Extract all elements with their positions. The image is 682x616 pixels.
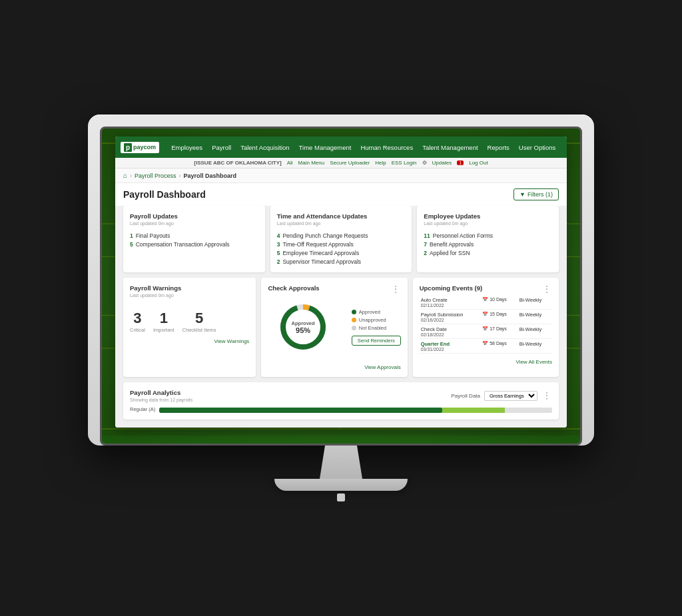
legend-label-approved: Approved (359, 309, 380, 315)
event-days-payroll-submission: 📅 15 Days (482, 312, 517, 317)
breadcrumb-payroll-process[interactable]: Payroll Process (135, 172, 176, 179)
list-item[interactable]: 2 Supervisor Timecard Approvals (277, 257, 406, 266)
upcoming-events-card: Upcoming Events (9) ⋮ Auto Create 02/11/… (413, 278, 559, 377)
event-date-quarter-end: 03/31/2022 (421, 347, 480, 352)
send-reminders-button[interactable]: Send Reminders (352, 336, 401, 346)
dashboard-content: Payroll Updates Last updated 0m ago 1 Fi… (115, 206, 567, 428)
paycom-logo[interactable]: p paycom (121, 142, 159, 153)
nav-item-talent-acquisition[interactable]: Talent Acquisition (236, 141, 293, 154)
sub-nav-secure-uploader[interactable]: Secure Uploader (330, 160, 370, 166)
list-item[interactable]: 2 Applied for SSN (424, 248, 552, 257)
sub-nav-help[interactable]: Help (375, 160, 386, 166)
time-attendance-list: 4 Pending Punch Change Requests 3 Time-O… (277, 231, 406, 266)
legend-label-not-enabled: Not Enabled (359, 325, 386, 331)
label-ssn: Applied for SSN (430, 250, 470, 256)
critical-stat: 3 Critical (130, 310, 145, 333)
check-approvals-more-button[interactable]: ⋮ (390, 284, 401, 294)
checklist-count: 5 (182, 310, 216, 327)
critical-label: Critical (130, 327, 145, 333)
cal-icon: 📅 (482, 297, 488, 302)
nav-item-time-management[interactable]: Time Management (295, 141, 356, 154)
updates-badge: 1 (457, 160, 464, 165)
warnings-stats: 3 Critical 1 Important 5 Checklist Items (130, 310, 249, 333)
event-name-cell: Auto Create 02/11/2022 (420, 295, 481, 310)
list-item[interactable]: 7 Benefit Approvals (424, 240, 552, 248)
count-ssn: 2 (424, 250, 427, 256)
events-header: Upcoming Events (9) ⋮ (420, 284, 552, 294)
analytics-bar-row: Regular (A) (130, 405, 552, 413)
donut-center-label: Approved 95% (292, 320, 315, 334)
legend-dot-approved (352, 310, 356, 314)
event-name-cell: Check Date 02/18/2022 (420, 324, 481, 339)
event-date-payroll-submission: 02/16/2022 (421, 318, 480, 322)
label-compensation: Compensation Transaction Approvals (136, 241, 230, 248)
events-table: Auto Create 02/11/2022 📅 10 Days (420, 295, 552, 354)
time-attendance-subtitle: Last updated 0m ago (277, 221, 406, 226)
sub-nav-ess-login[interactable]: ESS Login (392, 160, 417, 166)
event-freq-cell: Bi-Weekly (518, 310, 552, 324)
list-item[interactable]: 5 Compensation Transaction Approvals (130, 240, 258, 248)
important-count: 1 (153, 310, 174, 327)
warnings-subtitle: Last updated 0m ago (130, 293, 181, 298)
logo-area: p paycom (121, 142, 159, 153)
list-item[interactable]: 4 Pending Punch Change Requests (277, 231, 406, 240)
nav-item-reports[interactable]: Reports (484, 141, 513, 154)
nav-item-talent-management[interactable]: Talent Management (418, 141, 482, 154)
legend-label-unapproved: Unapproved (359, 317, 386, 323)
cal-icon: 📅 (482, 326, 488, 332)
event-freq-payroll-submission: Bi-Weekly (519, 312, 551, 318)
time-attendance-card: Time and Attendance Updates Last updated… (270, 206, 412, 272)
monitor: p paycom Employees Payroll Talent Acquis… (88, 115, 594, 501)
list-item[interactable]: 5 Employee Timecard Approvals (277, 248, 406, 257)
monitor-power-button[interactable] (337, 493, 345, 501)
view-approvals-link[interactable]: View Approvals (268, 364, 400, 370)
event-days-cell: 📅 10 Days (481, 295, 518, 310)
view-warnings-link[interactable]: View Warnings (130, 338, 249, 344)
view-all-events-link[interactable]: View All Events (420, 359, 552, 365)
nav-item-user-options[interactable]: User Options (515, 141, 559, 154)
sub-nav-logout[interactable]: Log Out (469, 160, 488, 166)
filter-button[interactable]: ▼ Filters (1) (513, 188, 559, 200)
event-row: Payroll Submission 02/16/2022 📅 15 Days (420, 310, 552, 324)
nav-item-human-resources[interactable]: Human Resources (356, 141, 417, 154)
warnings-header: Payroll Warnings Last updated 0m ago (130, 284, 249, 303)
event-days-cell: 📅 58 Days (481, 339, 518, 354)
count-final-payouts: 1 (130, 232, 133, 239)
analytics-subtitle: Showing data from 12 payrolls (130, 398, 192, 402)
event-row: Auto Create 02/11/2022 📅 10 Days (420, 295, 552, 310)
payroll-warnings-card: Payroll Warnings Last updated 0m ago 3 C… (123, 278, 256, 377)
sub-nav-all[interactable]: All (287, 160, 293, 166)
event-row: Check Date 02/18/2022 📅 17 Days (420, 324, 552, 339)
list-item[interactable]: 1 Final Payouts (130, 231, 258, 240)
nav-item-employees[interactable]: Employees (167, 141, 206, 154)
list-item[interactable]: 11 Personnel Action Forms (424, 231, 552, 240)
updates-icon: ⚙ (422, 160, 427, 166)
event-name-check-date: Check Date (421, 326, 480, 332)
analytics-metric-select[interactable]: Gross Earnings (484, 391, 537, 401)
employee-updates-title: Employee Updates (424, 212, 552, 220)
list-item[interactable]: 3 Time-Off Request Approvals (277, 240, 406, 248)
breadcrumb-sep-1: › (130, 172, 132, 179)
label-employee-timecard: Employee Timecard Approvals (282, 250, 359, 256)
label-final-payouts: Final Payouts (136, 232, 170, 239)
analytics-controls: Payroll Data Gross Earnings ⋮ (451, 391, 552, 401)
logo-p-icon: p (124, 143, 132, 152)
filter-label: Filters (1) (527, 191, 553, 198)
nav-item-payroll[interactable]: Payroll (208, 141, 235, 154)
home-icon[interactable]: ⌂ (123, 172, 127, 179)
event-name-quarter-end[interactable]: Quarter End (421, 341, 480, 347)
events-more-button[interactable]: ⋮ (541, 284, 552, 294)
sub-nav-main-menu[interactable]: Main Menu (298, 160, 325, 166)
nav-items-container: Employees Payroll Talent Acquisition Tim… (167, 141, 561, 154)
event-days-quarter-end: 📅 58 Days (482, 341, 517, 346)
donut-chart: Approved 95% (276, 300, 330, 354)
analytics-bar-fill-1 (159, 408, 442, 413)
event-days-cell: 📅 15 Days (481, 310, 518, 324)
analytics-more-button[interactable]: ⋮ (541, 391, 552, 400)
count-timeoff: 3 (277, 241, 280, 248)
analytics-bar-container (159, 405, 552, 413)
sub-nav-updates[interactable]: Updates (432, 160, 452, 166)
event-days-cell: 📅 17 Days (481, 324, 518, 339)
event-days-check-date: 📅 17 Days (482, 326, 517, 332)
legend-not-enabled: Not Enabled (352, 325, 401, 331)
